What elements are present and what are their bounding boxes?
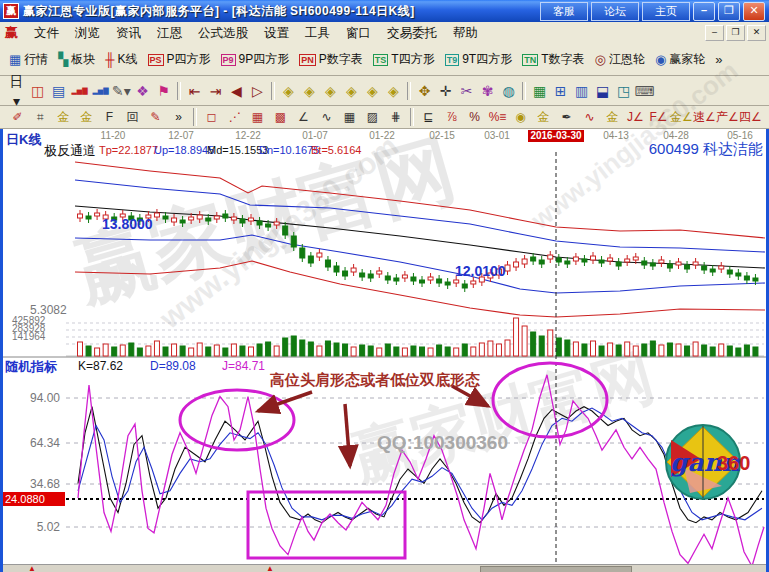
dark-grid-icon[interactable]: ▦ bbox=[338, 107, 361, 127]
first-bar-icon[interactable]: ⇤ bbox=[184, 81, 205, 101]
9t-square-icon[interactable]: T99T四方形 bbox=[440, 48, 518, 71]
menu-item-2[interactable]: 资讯 bbox=[108, 24, 149, 42]
mdi-minimize-button[interactable]: – bbox=[705, 25, 724, 41]
mdi-restore-button[interactable]: ❐ bbox=[726, 25, 745, 41]
diamond-right-icon[interactable]: ◈ bbox=[299, 81, 320, 101]
hand-icon[interactable]: ✥ bbox=[414, 81, 435, 101]
gold-grid-b-icon[interactable]: 金 bbox=[75, 107, 98, 127]
angle-line-icon[interactable]: ∠ bbox=[292, 107, 315, 127]
period-selector-icon[interactable]: 日▾ bbox=[6, 71, 27, 111]
9t-square-icon: T9 bbox=[445, 54, 460, 66]
notebook-icon[interactable]: ▥ bbox=[571, 81, 592, 101]
steps-icon[interactable]: ⊑ bbox=[417, 107, 440, 127]
flag-chart-icon[interactable]: ⚑ bbox=[153, 81, 174, 101]
calculator-icon[interactable]: ⊞ bbox=[550, 81, 571, 101]
four-angle-icon[interactable]: 四∠ bbox=[739, 107, 762, 127]
maximize-button[interactable]: ❐ bbox=[718, 2, 740, 21]
forum-button[interactable]: 论坛 bbox=[591, 2, 639, 21]
chart-area[interactable] bbox=[0, 129, 769, 564]
diamond-left-icon[interactable]: ◈ bbox=[278, 81, 299, 101]
quotes-icon[interactable]: ▦行情 bbox=[4, 48, 53, 71]
box-tool-icon[interactable]: ◻ bbox=[200, 107, 223, 127]
calendar-icon[interactable]: ▦ bbox=[529, 81, 550, 101]
9p-square-icon[interactable]: P99P四方形 bbox=[216, 48, 295, 71]
winner-wheel-icon[interactable]: ◉赢家轮 bbox=[650, 48, 710, 71]
close-button[interactable]: ✕ bbox=[743, 2, 765, 21]
dark-hatch-icon[interactable]: ▨ bbox=[361, 107, 384, 127]
hatch-grid-icon[interactable]: ▩ bbox=[269, 107, 292, 127]
j-angle-icon[interactable]: J∠ bbox=[624, 107, 647, 127]
gann-wheel-icon[interactable]: ◎江恩轮 bbox=[590, 48, 650, 71]
gold-circle-icon[interactable]: ◉ bbox=[509, 107, 532, 127]
stoch-d-value: D=89.08 bbox=[150, 359, 196, 373]
scroll-marker: ▲ bbox=[266, 564, 274, 572]
candle-style-icon[interactable]: ◫ bbox=[27, 81, 48, 101]
menu-item-5[interactable]: 设置 bbox=[256, 24, 297, 42]
gold-under-icon[interactable]: 金 bbox=[601, 107, 624, 127]
pattern-icon[interactable]: ❖ bbox=[132, 81, 153, 101]
diamond-up-icon[interactable]: ◈ bbox=[362, 81, 383, 101]
p-table-icon[interactable]: PNP数字表 bbox=[294, 48, 368, 71]
mindmap-icon[interactable]: ◍ bbox=[498, 81, 519, 101]
pen-dropdown-icon[interactable]: ✎▾ bbox=[111, 81, 132, 101]
diamond-shrink-icon[interactable]: ◈ bbox=[341, 81, 362, 101]
minimize-button[interactable]: – bbox=[693, 2, 715, 21]
workstation-icon[interactable]: ⌨ bbox=[634, 81, 655, 101]
diamond-expand-icon[interactable]: ◈ bbox=[320, 81, 341, 101]
homepage-button[interactable]: 主页 bbox=[642, 2, 690, 21]
diamond-down-icon[interactable]: ◈ bbox=[383, 81, 404, 101]
export-icon[interactable]: ◳ bbox=[613, 81, 634, 101]
menu-item-7[interactable]: 窗口 bbox=[338, 24, 379, 42]
menu-item-3[interactable]: 江恩 bbox=[149, 24, 190, 42]
menu-item-0[interactable]: 文件 bbox=[26, 24, 67, 42]
pct7-icon[interactable]: ⅞ bbox=[440, 107, 463, 127]
horizontal-scrollbar[interactable]: ▲ ▲ bbox=[3, 564, 766, 572]
menu-item-6[interactable]: 工具 bbox=[297, 24, 338, 42]
mdi-close-button[interactable]: ✕ bbox=[747, 25, 766, 41]
menu-item-9[interactable]: 帮助 bbox=[445, 24, 486, 42]
pen-grid-icon[interactable]: ✎ bbox=[144, 107, 167, 127]
p-table-icon: PN bbox=[299, 54, 316, 66]
last-bar-icon[interactable]: ⇥ bbox=[205, 81, 226, 101]
gold-lines-icon[interactable]: 金 bbox=[532, 107, 555, 127]
brush-icon[interactable]: ✐ bbox=[6, 107, 29, 127]
customer-service-button[interactable]: 客服 bbox=[540, 2, 588, 21]
percent-icon[interactable]: % bbox=[463, 107, 486, 127]
zigzag-icon[interactable]: ∿ bbox=[315, 107, 338, 127]
prod-angle-icon[interactable]: 产∠ bbox=[716, 107, 739, 127]
wave-a-icon[interactable]: ∿ bbox=[578, 107, 601, 127]
scrollbar-thumb[interactable] bbox=[480, 566, 632, 572]
p-square-icon[interactable]: PSP四方形 bbox=[143, 48, 216, 71]
measure-icon[interactable]: ✂ bbox=[456, 81, 477, 101]
gold-grid-a-icon[interactable]: 金 bbox=[52, 107, 75, 127]
gann-fan-icon[interactable]: ⋰ bbox=[223, 107, 246, 127]
info-doc-icon[interactable]: ▤ bbox=[48, 81, 69, 101]
prev-bar-icon[interactable]: ◀ bbox=[226, 81, 247, 101]
coral-icon[interactable]: ✾ bbox=[477, 81, 498, 101]
lines-icon[interactable]: ⋕ bbox=[384, 107, 407, 127]
knife-icon[interactable]: ✒ bbox=[555, 107, 578, 127]
toolbar3-more-icon[interactable]: » bbox=[167, 107, 190, 127]
f-angle-icon[interactable]: F∠ bbox=[647, 107, 670, 127]
menu-item-4[interactable]: 公式选股 bbox=[190, 24, 256, 42]
toolbar1-more-icon[interactable]: » bbox=[710, 49, 727, 70]
sectors-icon[interactable]: ▚板块 bbox=[53, 48, 100, 71]
pct-lines-icon[interactable]: %≡ bbox=[486, 107, 509, 127]
next-bar-icon[interactable]: ▷ bbox=[247, 81, 268, 101]
t-table-icon[interactable]: TNT数字表 bbox=[517, 48, 589, 71]
crosshair-icon[interactable]: ✛ bbox=[435, 81, 456, 101]
t-square-icon[interactable]: TST四方形 bbox=[368, 48, 440, 71]
speed-angle-icon[interactable]: 速∠ bbox=[693, 107, 716, 127]
gold-angle-icon[interactable]: 金∠ bbox=[670, 107, 693, 127]
toolbar1-more-icon: » bbox=[715, 52, 722, 67]
kline-icon[interactable]: ╫K线 bbox=[100, 48, 142, 71]
menu-item-8[interactable]: 交易委托 bbox=[379, 24, 445, 42]
grid-tool-icon[interactable]: ⌗ bbox=[29, 107, 52, 127]
bars3-icon[interactable]: ▂▅▇ bbox=[69, 81, 90, 101]
spiral-icon[interactable]: 回 bbox=[121, 107, 144, 127]
bars9-icon[interactable]: ▂▅▇ bbox=[90, 81, 111, 101]
red-grid-icon[interactable]: ▦ bbox=[246, 107, 269, 127]
menu-item-1[interactable]: 浏览 bbox=[67, 24, 108, 42]
fib-grid-icon[interactable]: F bbox=[98, 107, 121, 127]
save-icon[interactable]: ⬓ bbox=[592, 81, 613, 101]
